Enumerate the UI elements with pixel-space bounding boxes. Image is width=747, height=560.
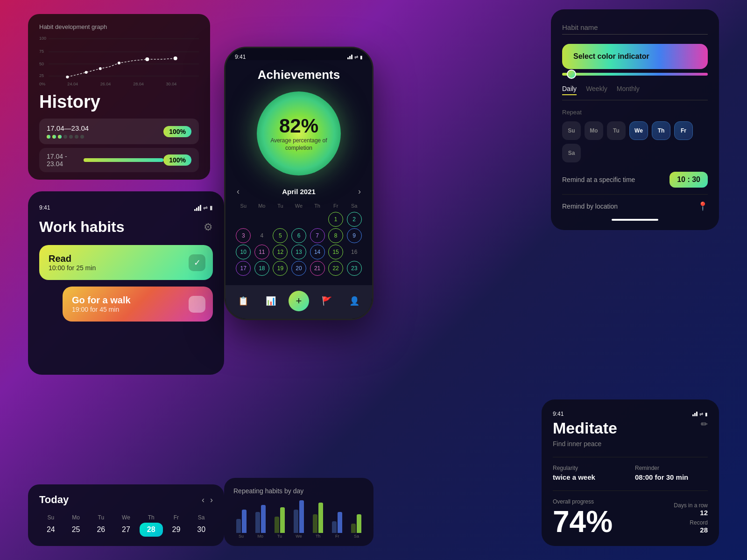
calendar-grid: Su Mo Tu We Th Fr Sa 1 2 3 4 5 6 7 8 9 1… xyxy=(235,201,363,276)
day-26[interactable]: 26 xyxy=(89,523,113,537)
day-27[interactable]: 27 xyxy=(114,523,138,537)
time-badge[interactable]: 10 : 30 xyxy=(669,172,708,188)
cal-day-10[interactable]: 10 xyxy=(236,245,251,259)
battery-icon: ▮ xyxy=(360,55,363,60)
record-stat: Record 28 xyxy=(674,519,708,534)
tab-chart[interactable]: 📊 xyxy=(261,291,281,311)
tab-add[interactable]: + xyxy=(289,291,309,311)
day-label-we: We xyxy=(114,512,138,523)
bar-chart: Su Mo Tu We xyxy=(233,501,364,539)
chip-sa[interactable]: Sa xyxy=(562,144,581,162)
phone-content: Achievements 82% Average percentage ofco… xyxy=(226,60,372,285)
remind-time-row: Remind at a specific time 10 : 30 xyxy=(562,172,708,188)
svg-text:100: 100 xyxy=(39,36,46,41)
completion-percentage: 82% xyxy=(279,115,318,137)
cal-month: April 2021 xyxy=(282,188,316,196)
meditate-status-time: 9:41 xyxy=(553,411,564,417)
chip-fr[interactable]: Fr xyxy=(674,121,693,140)
history-row-1: 17.04—23.04 100% xyxy=(39,119,199,144)
days-stats: Days in a row 12 Record 28 xyxy=(674,502,708,537)
cal-label-sa: Sa xyxy=(345,201,363,210)
day-30[interactable]: 30 xyxy=(190,523,213,537)
prev-arrow[interactable]: ‹ xyxy=(202,495,204,505)
chip-mo[interactable]: Mo xyxy=(585,121,603,140)
color-slider[interactable] xyxy=(562,73,708,76)
chip-su[interactable]: Su xyxy=(562,121,581,140)
cal-label-we: We xyxy=(290,201,308,210)
location-label: Remind by location xyxy=(562,203,618,210)
cal-label-fr: Fr xyxy=(327,201,345,210)
calendar-nav: ‹ April 2021 › xyxy=(235,187,363,196)
cal-next-arrow[interactable]: › xyxy=(358,187,361,196)
dot xyxy=(47,135,50,139)
meditate-subtitle: Find inner peace xyxy=(553,440,708,448)
tab-weekly[interactable]: Weekly xyxy=(586,85,607,95)
gear-icon[interactable]: ⚙ xyxy=(204,221,213,233)
history-progress-bar xyxy=(84,158,164,162)
cal-day-22[interactable]: 22 xyxy=(328,261,343,276)
cal-day-13[interactable]: 13 xyxy=(291,245,306,259)
tab-monthly[interactable]: Monthly xyxy=(617,85,640,95)
svg-point-13 xyxy=(66,76,69,78)
svg-point-17 xyxy=(145,57,149,61)
cal-day-20[interactable]: 20 xyxy=(291,261,306,276)
edit-icon[interactable]: ✏ xyxy=(701,419,708,429)
cal-day-7[interactable]: 7 xyxy=(310,228,325,243)
bar-th: Th xyxy=(310,503,326,539)
signal-icon xyxy=(347,55,352,59)
cal-day-9[interactable]: 9 xyxy=(347,228,362,243)
habit-name-field[interactable] xyxy=(562,21,708,35)
day-28-today[interactable]: 28 xyxy=(140,523,163,537)
dot xyxy=(69,135,73,139)
tab-clipboard[interactable]: 📋 xyxy=(233,291,254,311)
color-indicator-button[interactable]: Select color indicator xyxy=(562,44,708,69)
svg-text:30.04: 30.04 xyxy=(166,82,177,86)
chip-th[interactable]: Th xyxy=(652,121,670,140)
bar-fr: Fr xyxy=(330,512,345,539)
day-label-su: Su xyxy=(39,512,63,523)
tab-flag[interactable]: 🚩 xyxy=(317,291,337,311)
day-29[interactable]: 29 xyxy=(165,523,188,537)
cal-day-18[interactable]: 18 xyxy=(254,261,269,276)
cal-label-su: Su xyxy=(235,201,252,210)
cal-day-3[interactable]: 3 xyxy=(236,228,251,243)
cal-day-16[interactable]: 16 xyxy=(347,245,362,259)
history-dots xyxy=(47,135,89,139)
svg-text:28.04: 28.04 xyxy=(133,82,144,86)
chip-we[interactable]: We xyxy=(629,121,648,140)
tab-daily[interactable]: Daily xyxy=(562,85,577,95)
day-chips: Su Mo Tu We Th Fr Sa xyxy=(562,121,708,162)
cal-day-8[interactable]: 8 xyxy=(328,228,343,243)
habit-card-read[interactable]: Read 10:00 for 25 min ✓ xyxy=(39,245,213,280)
cal-day-12[interactable]: 12 xyxy=(273,245,288,259)
cal-day-14[interactable]: 14 xyxy=(310,245,325,259)
day-24[interactable]: 24 xyxy=(39,523,63,537)
cal-day-5[interactable]: 5 xyxy=(273,228,288,243)
cal-day-4[interactable]: 4 xyxy=(254,228,269,243)
work-habits-header: Work habits ⚙ xyxy=(39,218,213,236)
cal-day-23[interactable]: 23 xyxy=(347,261,362,276)
day-25[interactable]: 25 xyxy=(64,523,88,537)
habit-card-walk[interactable]: Go for a walk 19:00 for 45 min xyxy=(63,287,213,322)
color-slider-thumb[interactable] xyxy=(567,70,576,79)
bar-mo: Mo xyxy=(253,505,268,539)
svg-text:50: 50 xyxy=(39,62,44,66)
cal-prev-arrow[interactable]: ‹ xyxy=(237,187,240,196)
phone-top-bar: 9:41 ⇌ ▮ xyxy=(226,48,372,60)
svg-point-15 xyxy=(99,67,102,70)
location-icon[interactable]: 📍 xyxy=(698,201,708,211)
cal-day-1[interactable]: 1 xyxy=(328,212,343,227)
cal-day-2[interactable]: 2 xyxy=(347,212,362,227)
cal-day-6[interactable]: 6 xyxy=(291,228,306,243)
cal-day-21[interactable]: 21 xyxy=(310,261,325,276)
cal-day-19[interactable]: 19 xyxy=(273,261,288,276)
cal-day-15[interactable]: 15 xyxy=(328,245,343,259)
cal-day-17[interactable]: 17 xyxy=(236,261,251,276)
tab-profile[interactable]: 👤 xyxy=(344,291,365,311)
check-icon: ✓ xyxy=(189,254,205,271)
bar-tu: Tu xyxy=(272,507,287,539)
frequency-tabs: Daily Weekly Monthly xyxy=(562,85,708,100)
chip-tu[interactable]: Tu xyxy=(607,121,626,140)
cal-day-11[interactable]: 11 xyxy=(254,245,269,259)
next-arrow[interactable]: › xyxy=(210,495,213,505)
